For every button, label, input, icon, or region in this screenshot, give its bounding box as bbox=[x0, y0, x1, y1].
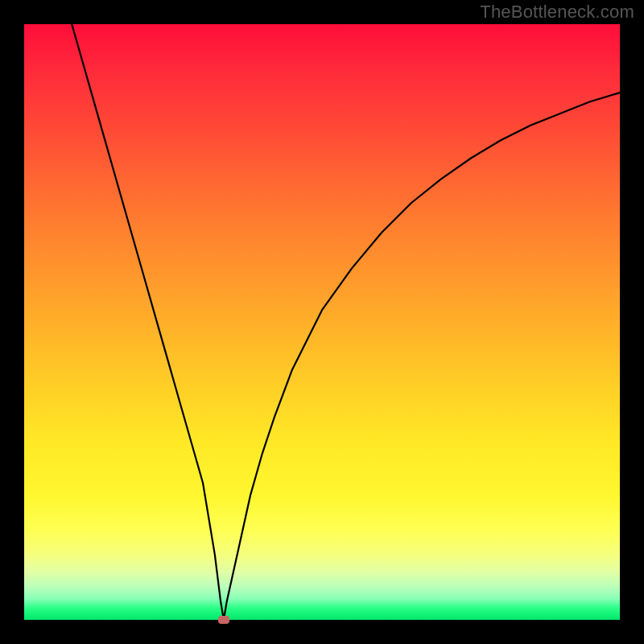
bottleneck-curve bbox=[24, 24, 620, 620]
watermark-text: TheBottleneck.com bbox=[480, 2, 634, 23]
plot-area bbox=[24, 24, 620, 620]
chart-frame: TheBottleneck.com bbox=[0, 0, 644, 644]
optimal-point-marker bbox=[218, 616, 229, 624]
